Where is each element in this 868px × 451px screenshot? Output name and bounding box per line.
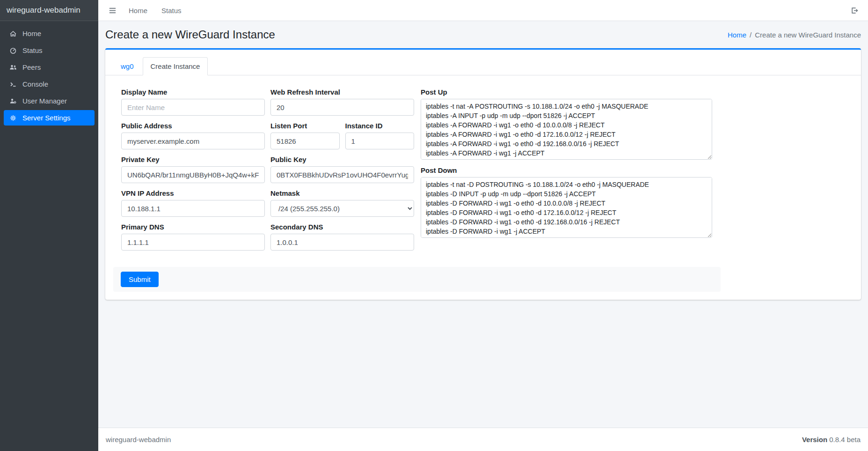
primary-dns-label: Primary DNS (121, 223, 265, 231)
top-navbar: Home Status (98, 0, 868, 21)
web-refresh-interval-label: Web Refresh Interval (270, 88, 414, 96)
public-address-label: Public Address (121, 122, 265, 130)
field-secondary-dns: Secondary DNS (270, 223, 414, 251)
public-key-input[interactable] (270, 166, 414, 183)
main-area: Home Status Create a new WireGuard Insta… (98, 0, 868, 451)
app-window: wireguard-webadmin Home Status Peers (0, 0, 868, 451)
create-instance-form: Display Name Web Refresh Interval Public… (113, 83, 721, 292)
tab-content: Display Name Web Refresh Interval Public… (105, 75, 861, 300)
footer-version-value: 0.8.4 beta (829, 436, 861, 444)
footer-brand: wireguard-webadmin (106, 436, 171, 444)
port-and-instance-row: Listen Port Instance ID (270, 122, 414, 155)
field-primary-dns: Primary DNS (121, 223, 265, 251)
breadcrumb-separator: / (750, 31, 751, 39)
web-refresh-interval-input[interactable] (270, 99, 414, 116)
breadcrumb-current: Create a new WireGuard Instance (755, 31, 861, 39)
sidebar-toggle-button[interactable] (105, 5, 120, 16)
submit-button[interactable]: Submit (121, 272, 159, 287)
sidebar-item-label: Peers (22, 63, 41, 71)
home-icon (8, 30, 18, 37)
netmask-label: Netmask (270, 189, 414, 197)
sidebar-nav: Home Status Peers Console (0, 21, 98, 130)
primary-dns-input[interactable] (121, 234, 265, 251)
sidebar-item-server-settings[interactable]: Server Settings (4, 110, 95, 126)
breadcrumb-home-link[interactable]: Home (728, 31, 746, 39)
post-up-label: Post Up (421, 88, 712, 96)
field-instance-id: Instance ID (345, 122, 415, 149)
form-right-column: Post Up iptables -t nat -A POSTROUTING -… (421, 88, 712, 257)
page-footer: wireguard-webadmin Version 0.8.4 beta (98, 428, 868, 451)
content-header: Create a new WireGuard Instance Home / C… (98, 21, 868, 46)
tab-create-instance[interactable]: Create Instance (143, 57, 208, 75)
instance-id-input[interactable] (345, 133, 415, 149)
listen-port-label: Listen Port (270, 122, 340, 130)
sidebar-item-status[interactable]: Status (4, 43, 95, 58)
sidebar: wireguard-webadmin Home Status Peers (0, 0, 98, 451)
sidebar-item-label: User Manager (22, 97, 67, 105)
sidebar-item-label: Console (22, 80, 48, 88)
instance-id-label: Instance ID (345, 122, 415, 130)
field-display-name: Display Name (121, 88, 265, 116)
display-name-label: Display Name (121, 88, 265, 96)
netmask-select[interactable]: /24 (255.255.255.0) (270, 200, 414, 217)
navbar-link-home[interactable]: Home (123, 7, 153, 15)
field-post-down: Post Down iptables -t nat -D POSTROUTING… (421, 166, 712, 240)
private-key-label: Private Key (121, 155, 265, 163)
tab-wg0[interactable]: wg0 (113, 57, 142, 75)
field-web-refresh-interval: Web Refresh Interval (270, 88, 414, 116)
field-public-key: Public Key (270, 155, 414, 183)
public-key-label: Public Key (270, 155, 414, 163)
sidebar-item-user-manager[interactable]: User Manager (4, 93, 95, 109)
sidebar-item-label: Status (22, 46, 43, 54)
vpn-ip-label: VPN IP Address (121, 189, 265, 197)
field-public-address: Public Address (121, 122, 265, 149)
terminal-icon (8, 81, 18, 88)
post-down-textarea[interactable]: iptables -t nat -D POSTROUTING -s 10.188… (421, 177, 712, 238)
breadcrumb: Home / Create a new WireGuard Instance (728, 31, 861, 39)
private-key-input[interactable] (121, 166, 265, 183)
field-private-key: Private Key (121, 155, 265, 183)
gears-icon (8, 114, 18, 122)
logout-button[interactable] (848, 5, 861, 16)
listen-port-input[interactable] (270, 133, 340, 149)
tachometer-icon (8, 47, 18, 54)
footer-version-label: Version (802, 436, 827, 444)
form-left-columns: Display Name Web Refresh Interval Public… (121, 88, 414, 257)
tab-bar: wg0 Create Instance (105, 50, 861, 75)
sidebar-item-console[interactable]: Console (4, 76, 95, 92)
field-post-up: Post Up iptables -t nat -A POSTROUTING -… (421, 88, 712, 162)
page-title: Create a new WireGuard Instance (105, 28, 275, 41)
field-vpn-ip: VPN IP Address (121, 189, 265, 217)
post-up-textarea[interactable]: iptables -t nat -A POSTROUTING -s 10.188… (421, 99, 712, 160)
post-down-label: Post Down (421, 166, 712, 174)
form-footer: Submit (113, 267, 721, 292)
sidebar-item-home[interactable]: Home (4, 26, 95, 41)
sidebar-item-label: Home (22, 30, 41, 37)
navbar-link-status[interactable]: Status (156, 7, 187, 15)
sign-out-icon (851, 7, 859, 15)
display-name-input[interactable] (121, 99, 265, 116)
secondary-dns-label: Secondary DNS (270, 223, 414, 231)
sidebar-item-label: Server Settings (22, 114, 71, 122)
hamburger-icon (109, 7, 117, 15)
vpn-ip-input[interactable] (121, 200, 265, 217)
sidebar-item-peers[interactable]: Peers (4, 59, 95, 75)
users-icon (8, 64, 18, 71)
field-netmask: Netmask /24 (255.255.255.0) (270, 189, 414, 217)
footer-version: Version 0.8.4 beta (802, 436, 861, 444)
field-listen-port: Listen Port (270, 122, 340, 149)
instance-card: wg0 Create Instance Display Name Web Ref… (105, 48, 861, 300)
brand-title[interactable]: wireguard-webadmin (0, 0, 98, 21)
user-gear-icon (8, 97, 18, 105)
secondary-dns-input[interactable] (270, 234, 414, 251)
public-address-input[interactable] (121, 133, 265, 149)
